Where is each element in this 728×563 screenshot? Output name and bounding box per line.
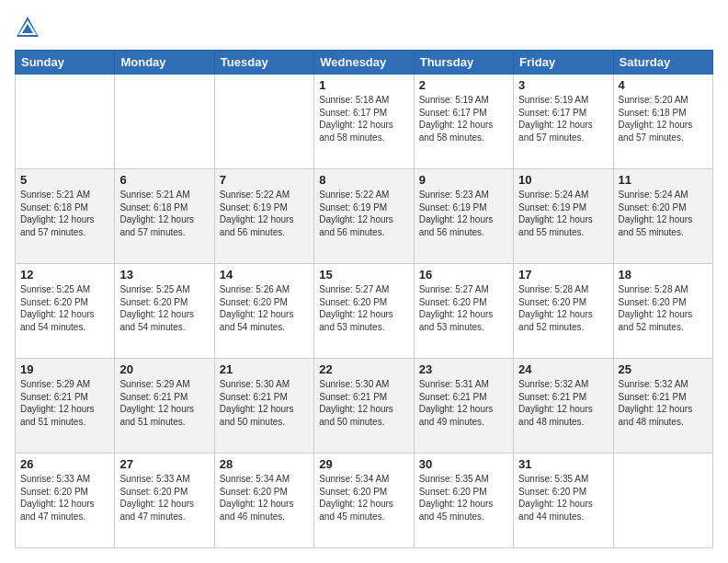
cell-date-number: 17: [518, 268, 608, 282]
calendar-cell: 23Sunrise: 5:31 AM Sunset: 6:21 PM Dayli…: [414, 359, 513, 454]
cell-date-number: 27: [119, 457, 209, 471]
calendar-cell: 31Sunrise: 5:35 AM Sunset: 6:20 PM Dayli…: [514, 454, 613, 548]
cell-info-text: Sunrise: 5:25 AM Sunset: 6:20 PM Dayligh…: [119, 283, 209, 333]
calendar-cell: 29Sunrise: 5:34 AM Sunset: 6:20 PM Dayli…: [314, 454, 414, 548]
cell-info-text: Sunrise: 5:31 AM Sunset: 6:21 PM Dayligh…: [419, 378, 508, 428]
calendar-cell: 11Sunrise: 5:24 AM Sunset: 6:20 PM Dayli…: [613, 169, 712, 264]
cell-info-text: Sunrise: 5:19 AM Sunset: 6:17 PM Dayligh…: [419, 94, 508, 144]
weekday-header-sunday: Sunday: [16, 51, 115, 75]
cell-info-text: Sunrise: 5:34 AM Sunset: 6:20 PM Dayligh…: [220, 473, 309, 523]
cell-date-number: 30: [419, 457, 508, 471]
calendar-cell: 15Sunrise: 5:27 AM Sunset: 6:20 PM Dayli…: [314, 264, 414, 359]
calendar-cell: 17Sunrise: 5:28 AM Sunset: 6:20 PM Dayli…: [514, 264, 613, 359]
weekday-row: SundayMondayTuesdayWednesdayThursdayFrid…: [16, 51, 713, 75]
calendar-cell: 20Sunrise: 5:29 AM Sunset: 6:21 PM Dayli…: [115, 359, 214, 454]
calendar-cell: 8Sunrise: 5:22 AM Sunset: 6:19 PM Daylig…: [314, 169, 414, 264]
weekday-header-monday: Monday: [115, 51, 214, 75]
calendar-cell: 27Sunrise: 5:33 AM Sunset: 6:20 PM Dayli…: [115, 454, 214, 548]
calendar-cell: [214, 75, 313, 169]
weekday-header-wednesday: Wednesday: [314, 51, 414, 75]
calendar-cell: [115, 75, 214, 169]
cell-date-number: 31: [518, 457, 608, 471]
cell-date-number: 28: [220, 457, 309, 471]
calendar-cell: 5Sunrise: 5:21 AM Sunset: 6:18 PM Daylig…: [16, 169, 115, 264]
calendar-cell: 1Sunrise: 5:18 AM Sunset: 6:17 PM Daylig…: [314, 75, 414, 169]
cell-info-text: Sunrise: 5:22 AM Sunset: 6:19 PM Dayligh…: [220, 189, 309, 238]
cell-info-text: Sunrise: 5:24 AM Sunset: 6:20 PM Dayligh…: [619, 189, 708, 238]
calendar-cell: 25Sunrise: 5:32 AM Sunset: 6:21 PM Dayli…: [613, 359, 712, 454]
cell-info-text: Sunrise: 5:30 AM Sunset: 6:21 PM Dayligh…: [220, 378, 309, 428]
cell-date-number: 21: [220, 362, 309, 376]
cell-info-text: Sunrise: 5:22 AM Sunset: 6:19 PM Dayligh…: [319, 189, 408, 238]
cell-date-number: 5: [20, 173, 109, 187]
cell-info-text: Sunrise: 5:26 AM Sunset: 6:20 PM Dayligh…: [220, 283, 309, 333]
cell-info-text: Sunrise: 5:24 AM Sunset: 6:19 PM Dayligh…: [518, 189, 608, 238]
calendar-cell: 4Sunrise: 5:20 AM Sunset: 6:18 PM Daylig…: [613, 75, 712, 169]
calendar-header: SundayMondayTuesdayWednesdayThursdayFrid…: [16, 51, 713, 75]
calendar-cell: [613, 454, 712, 548]
weekday-header-tuesday: Tuesday: [214, 51, 313, 75]
page: SundayMondayTuesdayWednesdayThursdayFrid…: [0, 0, 728, 563]
calendar-cell: 12Sunrise: 5:25 AM Sunset: 6:20 PM Dayli…: [16, 264, 115, 359]
calendar-cell: 18Sunrise: 5:28 AM Sunset: 6:20 PM Dayli…: [613, 264, 712, 359]
logo-icon: [15, 15, 40, 40]
calendar-cell: 21Sunrise: 5:30 AM Sunset: 6:21 PM Dayli…: [214, 359, 313, 454]
weekday-header-saturday: Saturday: [613, 51, 712, 75]
calendar-week-2: 5Sunrise: 5:21 AM Sunset: 6:18 PM Daylig…: [16, 169, 713, 264]
weekday-header-thursday: Thursday: [414, 51, 513, 75]
cell-info-text: Sunrise: 5:29 AM Sunset: 6:21 PM Dayligh…: [20, 378, 109, 428]
logo: [15, 15, 44, 40]
cell-date-number: 10: [518, 173, 608, 187]
cell-info-text: Sunrise: 5:28 AM Sunset: 6:20 PM Dayligh…: [619, 283, 708, 333]
cell-date-number: 19: [20, 362, 109, 376]
calendar-cell: 9Sunrise: 5:23 AM Sunset: 6:19 PM Daylig…: [414, 169, 513, 264]
cell-date-number: 9: [419, 173, 508, 187]
calendar-cell: 19Sunrise: 5:29 AM Sunset: 6:21 PM Dayli…: [16, 359, 115, 454]
calendar-cell: 24Sunrise: 5:32 AM Sunset: 6:21 PM Dayli…: [514, 359, 613, 454]
weekday-header-friday: Friday: [514, 51, 613, 75]
cell-info-text: Sunrise: 5:34 AM Sunset: 6:20 PM Dayligh…: [319, 473, 408, 523]
cell-info-text: Sunrise: 5:35 AM Sunset: 6:20 PM Dayligh…: [419, 473, 508, 523]
cell-date-number: 2: [419, 78, 508, 92]
cell-info-text: Sunrise: 5:25 AM Sunset: 6:20 PM Dayligh…: [20, 283, 109, 333]
cell-info-text: Sunrise: 5:32 AM Sunset: 6:21 PM Dayligh…: [619, 378, 708, 428]
cell-date-number: 8: [319, 173, 408, 187]
cell-info-text: Sunrise: 5:32 AM Sunset: 6:21 PM Dayligh…: [518, 378, 608, 428]
cell-info-text: Sunrise: 5:29 AM Sunset: 6:21 PM Dayligh…: [119, 378, 209, 428]
cell-date-number: 14: [220, 268, 309, 282]
cell-date-number: 18: [619, 268, 708, 282]
cell-info-text: Sunrise: 5:33 AM Sunset: 6:20 PM Dayligh…: [20, 473, 109, 523]
calendar-week-5: 26Sunrise: 5:33 AM Sunset: 6:20 PM Dayli…: [16, 454, 713, 548]
calendar-cell: 10Sunrise: 5:24 AM Sunset: 6:19 PM Dayli…: [514, 169, 613, 264]
calendar-cell: 26Sunrise: 5:33 AM Sunset: 6:20 PM Dayli…: [16, 454, 115, 548]
calendar-week-4: 19Sunrise: 5:29 AM Sunset: 6:21 PM Dayli…: [16, 359, 713, 454]
calendar-week-3: 12Sunrise: 5:25 AM Sunset: 6:20 PM Dayli…: [16, 264, 713, 359]
cell-date-number: 3: [518, 78, 608, 92]
calendar-body: 1Sunrise: 5:18 AM Sunset: 6:17 PM Daylig…: [16, 75, 713, 548]
calendar-cell: 6Sunrise: 5:21 AM Sunset: 6:18 PM Daylig…: [115, 169, 214, 264]
cell-info-text: Sunrise: 5:27 AM Sunset: 6:20 PM Dayligh…: [419, 283, 508, 333]
calendar-week-1: 1Sunrise: 5:18 AM Sunset: 6:17 PM Daylig…: [16, 75, 713, 169]
cell-date-number: 23: [419, 362, 508, 376]
cell-date-number: 29: [319, 457, 408, 471]
cell-info-text: Sunrise: 5:21 AM Sunset: 6:18 PM Dayligh…: [119, 189, 209, 238]
cell-info-text: Sunrise: 5:18 AM Sunset: 6:17 PM Dayligh…: [319, 94, 408, 144]
cell-date-number: 1: [319, 78, 408, 92]
cell-info-text: Sunrise: 5:33 AM Sunset: 6:20 PM Dayligh…: [119, 473, 209, 523]
cell-info-text: Sunrise: 5:30 AM Sunset: 6:21 PM Dayligh…: [319, 378, 408, 428]
calendar-cell: [16, 75, 115, 169]
cell-date-number: 20: [119, 362, 209, 376]
cell-info-text: Sunrise: 5:35 AM Sunset: 6:20 PM Dayligh…: [518, 473, 608, 523]
cell-date-number: 25: [619, 362, 708, 376]
cell-info-text: Sunrise: 5:28 AM Sunset: 6:20 PM Dayligh…: [518, 283, 608, 333]
cell-date-number: 26: [20, 457, 109, 471]
cell-date-number: 6: [119, 173, 209, 187]
calendar-cell: 2Sunrise: 5:19 AM Sunset: 6:17 PM Daylig…: [414, 75, 513, 169]
cell-date-number: 24: [518, 362, 608, 376]
cell-date-number: 11: [619, 173, 708, 187]
cell-info-text: Sunrise: 5:21 AM Sunset: 6:18 PM Dayligh…: [20, 189, 109, 238]
calendar-cell: 30Sunrise: 5:35 AM Sunset: 6:20 PM Dayli…: [414, 454, 513, 548]
cell-date-number: 16: [419, 268, 508, 282]
cell-info-text: Sunrise: 5:19 AM Sunset: 6:17 PM Dayligh…: [518, 94, 608, 144]
cell-date-number: 13: [119, 268, 209, 282]
